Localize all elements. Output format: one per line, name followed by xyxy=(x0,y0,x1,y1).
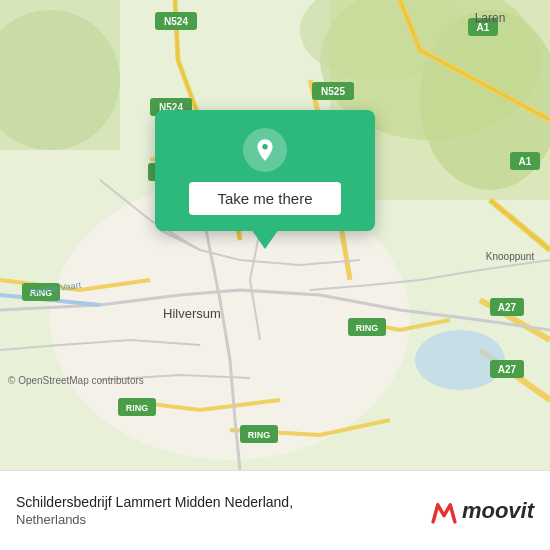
svg-text:Laren: Laren xyxy=(475,11,506,25)
location-pin-icon xyxy=(243,128,287,172)
business-info: Schildersbedrijf Lammert Midden Nederlan… xyxy=(16,494,293,527)
popup-card: Take me there xyxy=(155,110,375,231)
business-name: Schildersbedrijf Lammert Midden Nederlan… xyxy=(16,494,293,510)
moovit-logo: moovit xyxy=(430,497,534,525)
svg-text:N524: N524 xyxy=(164,16,188,27)
svg-text:N525: N525 xyxy=(321,86,345,97)
bottom-bar: Schildersbedrijf Lammert Midden Nederlan… xyxy=(0,470,550,550)
svg-text:Hilversum: Hilversum xyxy=(163,306,221,321)
svg-text:RING: RING xyxy=(126,403,149,413)
svg-text:A27: A27 xyxy=(498,364,517,375)
moovit-text: moovit xyxy=(462,498,534,524)
osm-credit: © OpenStreetMap contributors xyxy=(8,375,144,386)
svg-point-38 xyxy=(262,144,267,149)
map-container: N524 N524 N525 A1 A1 A27 A27 RING RING R… xyxy=(0,0,550,470)
take-me-there-button[interactable]: Take me there xyxy=(189,182,340,215)
svg-text:A27: A27 xyxy=(498,302,517,313)
svg-text:A1: A1 xyxy=(519,156,532,167)
svg-point-8 xyxy=(415,330,505,390)
svg-text:RING: RING xyxy=(356,323,379,333)
moovit-icon xyxy=(430,497,458,525)
svg-text:RING: RING xyxy=(248,430,271,440)
business-country: Netherlands xyxy=(16,512,293,527)
svg-text:Knooppunt: Knooppunt xyxy=(486,251,535,262)
